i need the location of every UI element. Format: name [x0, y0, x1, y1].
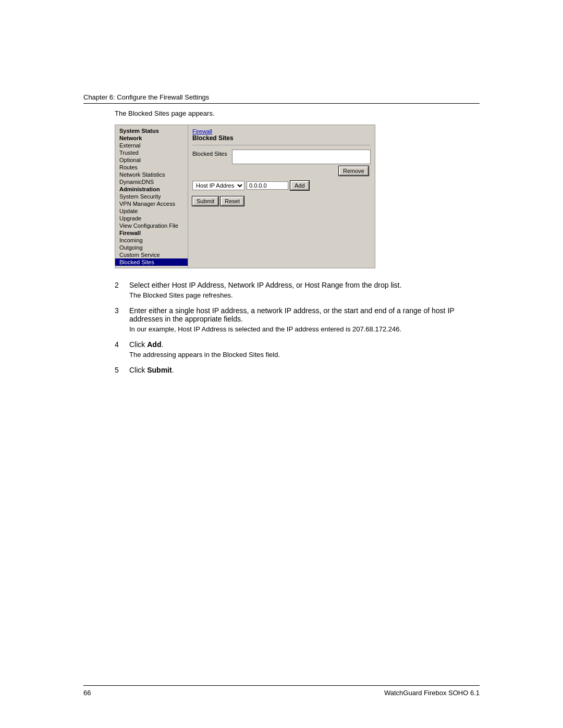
- sidebar-item-view-config[interactable]: View Configuration File: [115, 222, 188, 229]
- field-label: Blocked Sites: [192, 150, 229, 157]
- step-3-main: Enter either a single host IP address, a…: [129, 306, 480, 323]
- panel-divider: [192, 145, 371, 145]
- blocked-sites-textarea[interactable]: [232, 150, 371, 164]
- sidebar-item-incoming[interactable]: Incoming: [115, 237, 188, 244]
- sidebar-item-network[interactable]: Network: [115, 134, 188, 142]
- sidebar-item-system-status[interactable]: System Status: [115, 127, 188, 134]
- add-row: Host IP Address Network IP Address Host …: [192, 181, 371, 190]
- submit-reset-row: Submit Reset: [192, 196, 371, 206]
- sidebar-item-dynamicdns[interactable]: DynamicDNS: [115, 178, 188, 186]
- remove-btn-wrapper: Remove: [232, 166, 371, 176]
- sidebar-item-custom-service[interactable]: Custom Service: [115, 251, 188, 258]
- breadcrumb-link[interactable]: Firewall: [192, 128, 212, 134]
- sidebar-item-trusted[interactable]: Trusted: [115, 149, 188, 156]
- main-panel: Firewall Blocked Sites Blocked Sites Rem…: [188, 125, 375, 268]
- blocked-sites-section: Blocked Sites Remove Host IP Address Net…: [192, 150, 371, 206]
- step-3-number: 3: [115, 306, 123, 333]
- instruction-step-5: 5 Click Submit.: [115, 366, 480, 376]
- submit-button[interactable]: Submit: [192, 196, 218, 206]
- sidebar-item-network-statistics[interactable]: Network Statistics: [115, 171, 188, 178]
- remove-button[interactable]: Remove: [339, 166, 369, 176]
- sidebar-item-outgoing[interactable]: Outgoing: [115, 244, 188, 251]
- step-5-content: Click Submit.: [129, 366, 480, 376]
- footer-title: WatchGuard Firebox SOHO 6.1: [384, 689, 480, 697]
- chapter-title: Chapter 6: Configure the Firewall Settin…: [83, 93, 209, 101]
- instruction-step-3: 3 Enter either a single host IP address,…: [115, 306, 480, 333]
- footer-page-number: 66: [83, 689, 91, 697]
- sidebar-item-optional[interactable]: Optional: [115, 156, 188, 164]
- step-4-content: Click Add. The addressing appears in the…: [129, 340, 480, 359]
- main-content: The Blocked Sites page appears. System S…: [83, 109, 480, 384]
- sidebar-item-firewall[interactable]: Firewall: [115, 229, 188, 237]
- step-4-number: 4: [115, 340, 123, 359]
- instruction-list: 2 Select either Host IP Address, Network…: [115, 281, 480, 376]
- instruction-step-2: 2 Select either Host IP Address, Network…: [115, 281, 480, 299]
- step-4-bold: Add: [147, 340, 161, 349]
- sidebar: System Status Network External Trusted O…: [115, 125, 188, 268]
- step-2-number: 2: [115, 281, 123, 299]
- step-3-sub: In our example, Host IP Address is selec…: [129, 325, 480, 333]
- ip-input[interactable]: [247, 181, 288, 190]
- step-3-content: Enter either a single host IP address, a…: [129, 306, 480, 333]
- step-5-bold: Submit: [147, 366, 172, 374]
- sidebar-item-blocked-sites[interactable]: Blocked Sites: [115, 258, 188, 266]
- intro-text: The Blocked Sites page appears.: [115, 109, 480, 117]
- instruction-step-4: 4 Click Add. The addressing appears in t…: [115, 340, 480, 359]
- sidebar-item-system-security[interactable]: System Security: [115, 193, 188, 200]
- add-button[interactable]: Add: [290, 181, 309, 190]
- reset-button[interactable]: Reset: [221, 196, 244, 206]
- sidebar-item-vpn-manager[interactable]: VPN Manager Access: [115, 200, 188, 207]
- step-5-main: Click Submit.: [129, 366, 480, 374]
- step-2-main: Select either Host IP Address, Network I…: [129, 281, 480, 289]
- sidebar-item-external[interactable]: External: [115, 142, 188, 149]
- chapter-header: Chapter 6: Configure the Firewall Settin…: [83, 93, 480, 104]
- blocked-sites-field-row: Blocked Sites Remove: [192, 150, 371, 176]
- sidebar-item-routes[interactable]: Routes: [115, 164, 188, 171]
- address-type-dropdown[interactable]: Host IP Address Network IP Address Host …: [192, 181, 244, 190]
- step-5-number: 5: [115, 366, 123, 376]
- page-footer: 66 WatchGuard Firebox SOHO 6.1: [83, 685, 480, 697]
- step-2-content: Select either Host IP Address, Network I…: [129, 281, 480, 299]
- ui-screenshot: System Status Network External Trusted O…: [115, 125, 375, 268]
- step-4-sub: The addressing appears in the Blocked Si…: [129, 351, 480, 359]
- panel-title: Blocked Sites: [192, 134, 371, 142]
- sidebar-item-update[interactable]: Update: [115, 207, 188, 215]
- breadcrumb: Firewall: [192, 128, 371, 134]
- step-4-main: Click Add.: [129, 340, 480, 349]
- sidebar-item-upgrade[interactable]: Upgrade: [115, 215, 188, 222]
- sidebar-item-administration[interactable]: Administration: [115, 186, 188, 193]
- step-2-sub: The Blocked Sites page refreshes.: [129, 291, 480, 299]
